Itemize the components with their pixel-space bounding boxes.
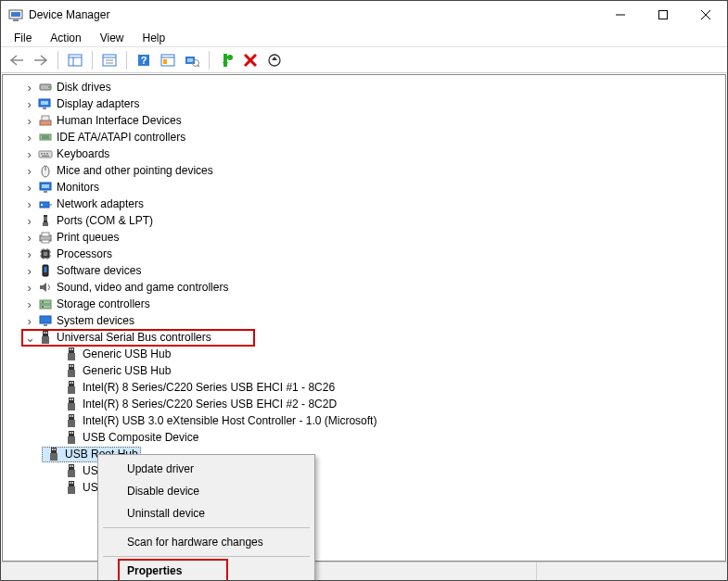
device-label: Sound, video and game controllers (57, 281, 228, 294)
device-label: Intel(R) USB 3.0 eXtensible Host Control… (83, 414, 377, 427)
svg-rect-48 (42, 184, 49, 188)
svg-rect-86 (68, 353, 75, 360)
toolbar-separator (126, 51, 127, 69)
chevron-right-icon[interactable] (23, 81, 36, 94)
context-properties[interactable]: Properties (101, 560, 312, 581)
device-category[interactable]: Keyboards (3, 145, 725, 162)
context-update-driver[interactable]: Update driver (101, 458, 312, 480)
svg-rect-111 (69, 464, 74, 470)
device-item[interactable]: Intel(R) 8 Series/C220 Series USB EHCI #… (3, 379, 725, 396)
svg-rect-113 (72, 465, 74, 467)
context-uninstall-device[interactable]: Uninstall device (101, 502, 312, 524)
menu-view[interactable]: View (93, 30, 132, 46)
toolbar-separator (57, 51, 58, 69)
svg-text:?: ? (141, 55, 147, 66)
mouse-icon (38, 163, 53, 178)
device-manager-icon (8, 7, 23, 22)
device-item[interactable]: Generic USB Hub (3, 346, 725, 362)
chevron-right-icon[interactable] (23, 164, 36, 177)
device-category[interactable]: Human Interface Devices (3, 112, 725, 129)
svg-point-25 (227, 55, 233, 60)
device-category[interactable]: Ports (COM & LPT) (3, 212, 725, 229)
toolbar-separator (92, 51, 93, 69)
toolbar-scan-button[interactable] (181, 50, 203, 70)
toolbar-uninstall-button[interactable] (239, 50, 262, 70)
close-button[interactable] (684, 1, 727, 29)
chevron-right-icon[interactable] (23, 231, 36, 244)
device-label: IDE ATA/ATAPI controllers (57, 131, 185, 144)
device-category[interactable]: Network adapters (3, 196, 725, 212)
device-label: Display adapters (57, 97, 139, 110)
chevron-right-icon[interactable] (23, 214, 36, 227)
chevron-right-icon[interactable] (23, 147, 36, 160)
svg-rect-109 (55, 448, 57, 450)
menu-action[interactable]: Action (43, 30, 88, 46)
toolbar-action-button[interactable] (157, 50, 179, 70)
svg-rect-71 (45, 267, 47, 272)
chevron-right-icon[interactable] (23, 181, 36, 194)
device-category[interactable]: Storage controllers (3, 296, 725, 312)
device-category[interactable]: Print queues (3, 229, 725, 246)
svg-rect-74 (40, 305, 51, 309)
device-category[interactable]: Sound, video and game controllers (3, 279, 725, 296)
chevron-right-icon[interactable] (23, 281, 36, 294)
device-label: USB Composite Device (83, 431, 198, 444)
svg-rect-52 (41, 204, 43, 206)
toolbar-properties-button[interactable] (98, 50, 121, 70)
svg-marker-24 (223, 62, 228, 67)
device-label: Storage controllers (57, 297, 150, 310)
maximize-button[interactable] (642, 1, 684, 29)
svg-rect-49 (44, 191, 47, 193)
device-label: Generic USB Hub (83, 364, 171, 377)
device-category[interactable]: IDE ATA/ATAPI controllers (3, 129, 725, 145)
device-category[interactable]: System devices (3, 312, 725, 329)
device-category[interactable]: Disk drives (3, 79, 725, 95)
device-label: Generic USB Hub (83, 347, 171, 360)
toolbar-back-button[interactable] (6, 50, 28, 70)
toolbar-forward-button[interactable] (30, 50, 52, 70)
toolbar-enable-button[interactable] (215, 50, 237, 70)
context-menu: Update driver Disable device Uninstall d… (97, 454, 315, 581)
chevron-right-icon[interactable] (23, 247, 36, 260)
svg-rect-90 (68, 370, 75, 377)
device-category[interactable]: Software devices (3, 262, 725, 279)
chevron-right-icon[interactable] (23, 197, 36, 210)
system-device-icon (38, 313, 53, 328)
device-category[interactable]: Mice and other pointing devices (3, 162, 725, 179)
chevron-right-icon[interactable] (23, 131, 36, 144)
svg-rect-1 (11, 12, 20, 17)
minimize-button[interactable] (599, 1, 642, 29)
device-category[interactable]: Display adapters (3, 95, 725, 112)
svg-rect-116 (70, 482, 71, 484)
toolbar-show-hide-tree-button[interactable] (64, 50, 86, 70)
chevron-right-icon[interactable] (23, 314, 36, 327)
device-item[interactable]: Generic USB Hub (3, 362, 725, 379)
context-scan-hardware[interactable]: Scan for hardware changes (101, 531, 312, 553)
device-category[interactable]: Processors (3, 246, 725, 262)
toolbar-help-button[interactable]: ? (133, 50, 155, 70)
print-queue-icon (38, 230, 53, 245)
chevron-right-icon[interactable] (23, 97, 36, 110)
device-item[interactable]: USB Composite Device (3, 429, 725, 446)
svg-rect-41 (41, 153, 43, 155)
device-category[interactable]: Monitors (3, 179, 725, 196)
toolbar-update-button[interactable] (263, 50, 286, 70)
svg-rect-83 (69, 347, 74, 353)
context-disable-device[interactable]: Disable device (101, 480, 312, 502)
chevron-right-icon[interactable] (23, 297, 36, 310)
chevron-down-icon[interactable] (23, 331, 36, 344)
svg-rect-44 (42, 156, 49, 158)
chevron-right-icon[interactable] (23, 114, 36, 127)
display-adapter-icon (38, 96, 53, 111)
disk-drive-icon (38, 80, 53, 95)
device-label: Human Interface Devices (57, 114, 182, 127)
svg-rect-54 (43, 222, 48, 226)
device-item[interactable]: Intel(R) 8 Series/C220 Series USB EHCI #… (3, 396, 725, 412)
device-category[interactable]: Universal Serial Bus controllers (3, 329, 725, 346)
menu-help[interactable]: Help (135, 30, 173, 46)
device-label: Software devices (57, 264, 141, 277)
chevron-right-icon[interactable] (23, 264, 36, 277)
device-item[interactable]: Intel(R) USB 3.0 eXtensible Host Control… (3, 412, 725, 429)
svg-rect-93 (72, 382, 74, 384)
menu-file[interactable]: File (6, 30, 39, 46)
